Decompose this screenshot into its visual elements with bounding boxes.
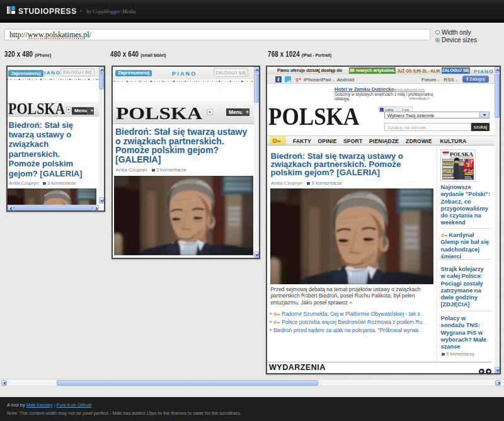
svg-text:POLSKA: POLSKA xyxy=(450,151,474,158)
